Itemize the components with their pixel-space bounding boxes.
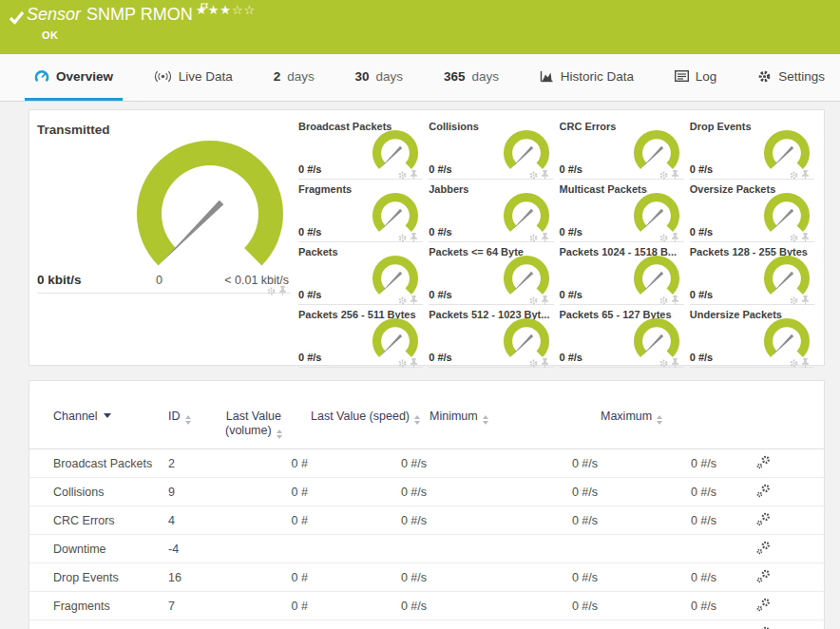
col-header-last-value-volume[interactable]: Last Value(volume) (224, 381, 310, 449)
cell-max (600, 535, 718, 563)
gear-icon[interactable] (790, 296, 798, 305)
pin-icon[interactable] (801, 170, 810, 180)
cell-volume: 0 # (224, 563, 310, 592)
gear-icon[interactable] (398, 171, 407, 180)
gauge-channel-label: Jabbers (429, 183, 468, 195)
gear-icon[interactable] (529, 296, 538, 305)
cell-min: 0 #/s (429, 449, 600, 478)
gear-icon[interactable] (529, 359, 538, 368)
gear-icon[interactable] (267, 287, 276, 295)
gauges-panel: Transmitted 0 < 0.01 kbit/s 0 kbit/s Bro… (29, 109, 825, 366)
gear-icon[interactable] (529, 234, 538, 242)
tab-2-days[interactable]: 2 days (264, 54, 324, 101)
cell-channel[interactable]: Downtime (29, 535, 167, 563)
col-header-last-value-speed[interactable]: Last Value (speed) (310, 381, 429, 449)
pin-icon[interactable] (671, 170, 679, 180)
tab-bar: Overview Live Data 2 days 30 days 365 da… (0, 54, 840, 102)
cell-channel[interactable]: CRC Errors (29, 506, 167, 535)
cell-volume: 0 # (224, 620, 310, 629)
table-row[interactable]: Broadcast Packets 2 0 # 0 #/s 0 #/s 0 #/… (29, 449, 824, 478)
pin-icon[interactable] (671, 233, 679, 242)
cell-channel[interactable]: Drop Events (29, 563, 167, 592)
tab-30-days[interactable]: 30 days (346, 54, 413, 101)
pin-icon[interactable] (410, 233, 418, 242)
tab-settings[interactable]: Settings (748, 54, 834, 101)
gear-icon[interactable] (398, 359, 407, 368)
pin-icon[interactable] (671, 295, 679, 305)
cell-speed: 0 #/s (310, 506, 429, 535)
gauge-cell: Jabbers 0 #/s (429, 180, 553, 242)
gear-icon[interactable] (398, 296, 407, 305)
cell-channel[interactable]: Broadcast Packets (29, 449, 167, 478)
pin-icon[interactable] (410, 358, 418, 368)
tab-365-days[interactable]: 365 days (434, 54, 508, 101)
gauge-value: 0 #/s (429, 163, 451, 175)
gauge-grid: Broadcast Packets 0 #/s Collisions 0 #/s… (298, 117, 814, 368)
col-header-id[interactable]: ID (167, 381, 224, 449)
table-row[interactable]: Jabbers 8 0 # 0 #/s 0 #/s 0 #/s (29, 620, 824, 629)
channel-settings-icon[interactable] (756, 541, 771, 555)
gauge-value: 0 #/s (560, 289, 582, 300)
cell-id: 2 (167, 449, 224, 478)
gauge-cell: Oversize Packets 0 #/s (690, 180, 814, 242)
gear-icon[interactable] (659, 234, 668, 242)
pin-icon[interactable] (801, 233, 810, 242)
gear-icon[interactable] (529, 171, 538, 180)
cell-max: 0 #/s (600, 563, 718, 592)
col-header-maximum[interactable]: Maximum (600, 381, 718, 449)
cell-channel[interactable]: Collisions (29, 478, 167, 506)
table-row[interactable]: Downtime -4 (29, 535, 824, 563)
gear-icon[interactable] (790, 171, 798, 180)
pin-icon[interactable] (671, 358, 679, 368)
cell-speed (310, 535, 429, 563)
col-header-channel[interactable]: Channel (29, 381, 167, 449)
pin-icon[interactable] (410, 295, 418, 305)
pin-icon[interactable] (541, 358, 549, 368)
gear-icon[interactable] (790, 234, 798, 242)
cell-channel[interactable]: Jabbers (29, 620, 167, 629)
cell-id: 7 (167, 592, 224, 620)
channel-settings-icon[interactable] (756, 598, 771, 612)
pin-icon[interactable] (541, 233, 549, 242)
gauge-value: 0 #/s (429, 226, 451, 238)
cell-channel[interactable]: Fragments (29, 592, 167, 620)
channel-settings-icon[interactable] (756, 626, 771, 629)
gauge-cell: Packets 0 #/s (298, 242, 423, 305)
col-header-minimum[interactable]: Minimum (429, 381, 600, 449)
table-row[interactable]: Collisions 9 0 # 0 #/s 0 #/s 0 #/s (29, 478, 824, 506)
tab-live-data[interactable]: Live Data (144, 54, 242, 101)
gear-icon[interactable] (398, 234, 407, 242)
channel-settings-icon[interactable] (756, 484, 771, 498)
tab-overview[interactable]: Overview (25, 54, 123, 101)
gauge-value: 0 #/s (298, 352, 321, 363)
tab-number: 365 (444, 69, 466, 84)
pin-icon[interactable] (801, 295, 810, 305)
gear-icon[interactable] (659, 359, 668, 368)
gear-icon[interactable] (790, 359, 798, 368)
gear-icon[interactable] (659, 171, 668, 180)
pin-icon[interactable] (278, 286, 287, 295)
channel-settings-icon[interactable] (756, 455, 771, 469)
cell-volume: 0 # (224, 592, 310, 620)
cell-volume: 0 # (224, 478, 310, 506)
table-row[interactable]: CRC Errors 4 0 # 0 #/s 0 #/s 0 #/s (29, 506, 824, 535)
sensor-header: SensorSNMP RMON ★★★☆☆ OK (0, 0, 840, 54)
table-row[interactable]: Fragments 7 0 # 0 #/s 0 #/s 0 #/s (29, 592, 824, 620)
historic-chart-icon (540, 70, 554, 83)
channel-settings-icon[interactable] (756, 569, 771, 583)
pin-icon[interactable] (801, 358, 810, 368)
pin-icon[interactable] (410, 170, 418, 180)
live-data-icon (154, 70, 172, 83)
gear-icon[interactable] (659, 296, 668, 305)
pin-icon[interactable] (541, 170, 549, 180)
tab-historic-data[interactable]: Historic Data (530, 54, 643, 101)
tab-label: Live Data (179, 69, 233, 84)
gauge-cell: Packets 256 - 511 Bytes 0 #/s (298, 305, 423, 368)
cell-speed: 0 #/s (310, 449, 429, 478)
priority-stars[interactable]: ★★★☆☆ (196, 3, 256, 17)
tab-log[interactable]: Log (665, 54, 727, 101)
channel-settings-icon[interactable] (756, 512, 771, 526)
gauge-value: 0 #/s (560, 352, 582, 363)
table-row[interactable]: Drop Events 16 0 # 0 #/s 0 #/s 0 #/s (29, 563, 824, 592)
pin-icon[interactable] (541, 295, 549, 305)
